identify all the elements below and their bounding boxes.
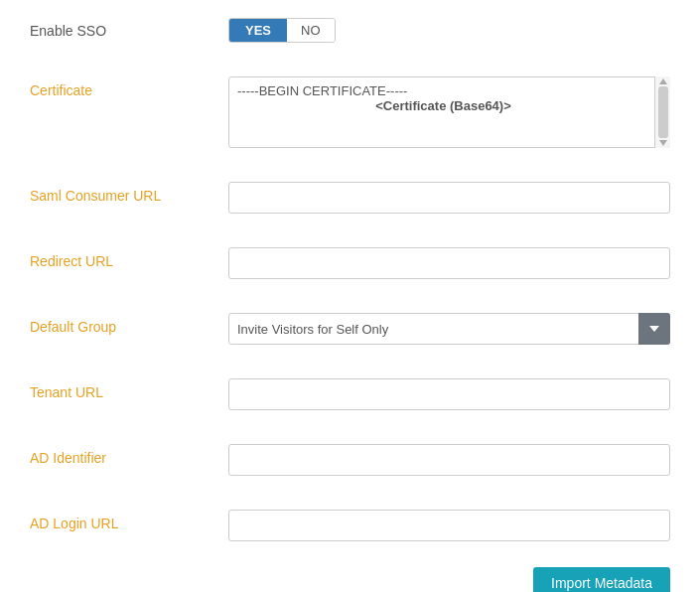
default-group-wrap: Invite Visitors for Self Only Option 2 O…: [228, 313, 670, 345]
toggle-group: YES NO: [228, 18, 336, 43]
toggle-no-button[interactable]: NO: [287, 19, 335, 42]
ad-identifier-label: AD Identifier: [30, 444, 228, 466]
import-metadata-button[interactable]: Import Metadata: [533, 567, 670, 592]
certificate-control-wrap: -----BEGIN CERTIFICATE----- <Certificate…: [228, 76, 670, 148]
tenant-url-wrap: [228, 378, 670, 410]
toggle-yes-button[interactable]: YES: [229, 19, 287, 42]
redirect-url-wrap: [228, 247, 670, 279]
ad-identifier-input[interactable]: [228, 444, 670, 476]
enable-sso-label: Enable SSO: [30, 23, 228, 39]
redirect-url-input[interactable]: [228, 247, 670, 279]
scrollbar-thumb[interactable]: [658, 86, 668, 138]
saml-consumer-url-input[interactable]: [228, 182, 670, 214]
certificate-scrollbar: [654, 76, 670, 148]
certificate-label: Certificate: [30, 76, 228, 98]
default-group-select[interactable]: Invite Visitors for Self Only Option 2 O…: [228, 313, 670, 345]
tenant-url-row: Tenant URL: [30, 370, 670, 418]
certificate-row: Certificate -----BEGIN CERTIFICATE----- …: [30, 69, 670, 156]
ad-identifier-wrap: [228, 444, 670, 476]
saml-consumer-url-wrap: [228, 182, 670, 214]
redirect-url-label: Redirect URL: [30, 247, 228, 269]
ad-login-url-wrap: [228, 510, 670, 541]
import-metadata-row: Import Metadata: [30, 567, 670, 592]
certificate-line2: <Certificate (Base64)>: [237, 98, 649, 113]
default-group-row: Default Group Invite Visitors for Self O…: [30, 305, 670, 353]
ad-identifier-row: AD Identifier: [30, 436, 670, 484]
scrollbar-down-icon[interactable]: [659, 140, 667, 146]
tenant-url-label: Tenant URL: [30, 378, 228, 400]
ad-login-url-row: AD Login URL: [30, 502, 670, 549]
enable-sso-row: Enable SSO YES NO: [30, 10, 670, 51]
saml-consumer-url-row: Saml Consumer URL: [30, 174, 670, 222]
scrollbar-up-icon[interactable]: [659, 78, 667, 84]
certificate-box[interactable]: -----BEGIN CERTIFICATE----- <Certificate…: [228, 76, 670, 148]
certificate-line1: -----BEGIN CERTIFICATE-----: [237, 83, 649, 98]
tenant-url-input[interactable]: [228, 378, 670, 410]
ad-login-url-label: AD Login URL: [30, 510, 228, 531]
redirect-url-row: Redirect URL: [30, 239, 670, 287]
saml-consumer-url-label: Saml Consumer URL: [30, 182, 228, 204]
default-group-select-wrap: Invite Visitors for Self Only Option 2 O…: [228, 313, 670, 345]
default-group-label: Default Group: [30, 313, 228, 335]
ad-login-url-input[interactable]: [228, 510, 670, 541]
